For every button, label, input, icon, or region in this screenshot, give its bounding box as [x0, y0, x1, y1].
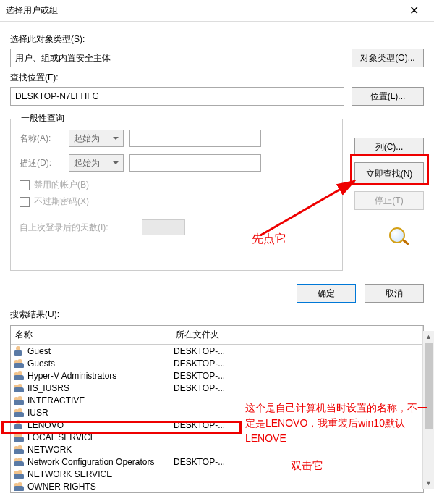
- table-row[interactable]: Hyper-V AdministratorsDESKTOP-...: [11, 369, 423, 382]
- find-now-button[interactable]: 立即查找(N): [354, 162, 424, 185]
- results-label: 搜索结果(U):: [10, 308, 424, 321]
- cell-name: Guests: [27, 358, 174, 369]
- cell-name: NETWORK: [27, 445, 174, 455]
- disabled-accounts-label: 禁用的帐户(B): [34, 179, 89, 191]
- table-row[interactable]: Network Configuration OperatorsDESKTOP-.…: [11, 455, 423, 468]
- cancel-button[interactable]: 取消: [365, 284, 424, 303]
- group-icon: [14, 358, 26, 369]
- group-icon: [14, 469, 26, 479]
- group-icon: [14, 432, 26, 442]
- group-icon: [14, 371, 26, 381]
- user-icon: [14, 346, 26, 356]
- locations-button[interactable]: 位置(L)...: [352, 87, 424, 106]
- results-scrollbar[interactable]: ▲ ▼: [422, 331, 434, 489]
- stop-button: 停止(T): [354, 191, 424, 210]
- scroll-up-icon[interactable]: ▲: [423, 331, 434, 343]
- object-types-button[interactable]: 对象类型(O)...: [352, 49, 424, 67]
- cell-name: OWNER RIGHTS: [27, 482, 174, 492]
- cell-name: IUSR: [27, 408, 174, 418]
- table-row[interactable]: IUSR: [11, 406, 423, 419]
- location-input[interactable]: [10, 87, 344, 106]
- group-icon: [14, 383, 26, 393]
- desc-input[interactable]: [129, 154, 261, 172]
- cell-folder: DESKTOP-...: [174, 371, 225, 381]
- days-since-select[interactable]: [142, 219, 185, 235]
- column-folder[interactable]: 所在文件夹: [171, 326, 423, 344]
- dialog-body: 选择此对象类型(S): 对象类型(O)... 查找位置(F): 位置(L)...…: [0, 22, 434, 500]
- column-name[interactable]: 名称: [11, 326, 171, 344]
- non-expiring-label: 不过期密码(X): [34, 196, 89, 208]
- name-match-select[interactable]: 起始为: [69, 130, 124, 147]
- group-icon: [14, 408, 26, 418]
- desc-match-select[interactable]: 起始为: [69, 154, 124, 172]
- group-icon: [14, 457, 26, 467]
- group-icon: [14, 395, 26, 406]
- cell-name: Network Configuration Operators: [27, 457, 174, 467]
- disabled-accounts-checkbox[interactable]: [20, 180, 30, 190]
- table-row[interactable]: GuestDESKTOP-...: [11, 345, 423, 357]
- object-type-input[interactable]: [10, 49, 344, 67]
- side-buttons: 列(C)... 立即查找(N) 停止(T): [354, 138, 424, 210]
- table-row[interactable]: IIS_IUSRSDESKTOP-...: [11, 382, 423, 394]
- results-table: 名称 所在文件夹 GuestDESKTOP-...GuestsDESKTOP-.…: [10, 325, 424, 493]
- table-row[interactable]: OWNER RIGHTS: [11, 480, 423, 492]
- cell-folder: DESKTOP-...: [174, 358, 225, 369]
- table-row[interactable]: GuestsDESKTOP-...: [11, 357, 423, 369]
- table-body: GuestDESKTOP-...GuestsDESKTOP-...Hyper-V…: [11, 345, 423, 492]
- groupbox-legend: 一般性查询: [17, 112, 69, 125]
- cell-folder: DESKTOP-...: [174, 383, 225, 393]
- scroll-down-icon[interactable]: ▼: [423, 477, 434, 489]
- window-title: 选择用户或组: [6, 4, 399, 17]
- name-label: 名称(A):: [20, 133, 63, 145]
- non-expiring-checkbox[interactable]: [20, 197, 30, 207]
- group-icon: [14, 445, 26, 455]
- table-header: 名称 所在文件夹: [11, 326, 423, 345]
- common-queries-group: 一般性查询 名称(A): 起始为 描述(D): 起始为 禁用的帐户(B) 不过期…: [10, 119, 343, 271]
- object-type-label: 选择此对象类型(S):: [10, 33, 424, 46]
- table-row[interactable]: INTERACTIVE: [11, 394, 423, 406]
- titlebar: 选择用户或组 ✕: [0, 0, 434, 22]
- cell-name: LOCAL SERVICE: [27, 432, 174, 442]
- location-label: 查找位置(F):: [10, 72, 424, 84]
- columns-button[interactable]: 列(C)...: [354, 138, 424, 156]
- table-row[interactable]: NETWORK: [11, 443, 423, 455]
- cell-folder: DESKTOP-...: [174, 346, 225, 356]
- cell-folder: DESKTOP-...: [174, 457, 225, 467]
- cell-name: Hyper-V Administrators: [27, 371, 174, 381]
- user-icon: [14, 420, 26, 430]
- cell-name: INTERACTIVE: [27, 395, 174, 406]
- magnifier-icon: [389, 227, 414, 248]
- cell-name: LENOVO: [27, 420, 174, 430]
- days-since-label: 自上次登录后的天数(I):: [20, 222, 109, 234]
- table-row[interactable]: NETWORK SERVICE: [11, 468, 423, 480]
- group-icon: [14, 482, 26, 492]
- name-input[interactable]: [129, 130, 261, 147]
- cell-name: NETWORK SERVICE: [27, 469, 174, 479]
- cell-folder: DESKTOP-...: [174, 420, 225, 430]
- close-button[interactable]: ✕: [399, 0, 428, 22]
- desc-label: 描述(D):: [20, 157, 63, 169]
- cell-name: Guest: [27, 346, 174, 356]
- table-row[interactable]: LENOVODESKTOP-...: [11, 419, 423, 431]
- scroll-thumb[interactable]: [425, 343, 433, 429]
- cell-name: IIS_IUSRS: [27, 383, 174, 393]
- ok-button[interactable]: 确定: [297, 284, 356, 303]
- table-row[interactable]: LOCAL SERVICE: [11, 431, 423, 443]
